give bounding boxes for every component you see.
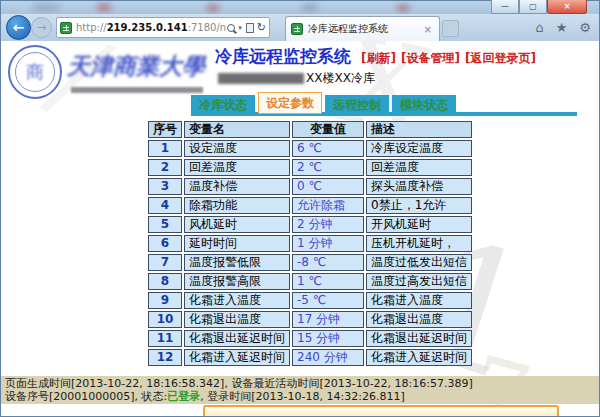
close-button[interactable]: ×	[547, 0, 587, 14]
partial-bottom-element[interactable]	[203, 405, 559, 416]
variable-name: 回差温度	[184, 159, 290, 176]
variable-name: 风机延时	[184, 216, 290, 233]
variable-value: -8 ℃	[292, 254, 364, 271]
variable-name: 设定温度	[184, 140, 290, 157]
refresh-icon[interactable]: ↻	[257, 21, 266, 34]
variable-desc: 温度过低发出短信	[366, 254, 472, 271]
row-number: 6	[148, 235, 182, 252]
column-header: 变量值	[292, 121, 364, 138]
variable-desc: 冷库设定温度	[366, 140, 472, 157]
variable-desc: 化霜退出温度	[366, 311, 472, 328]
row-number: 5	[148, 216, 182, 233]
column-header: 序号	[148, 121, 182, 138]
back-button[interactable]: ←	[6, 15, 31, 40]
url-text[interactable]: http://219.235.0.141:7180/ni?SID=C15	[76, 22, 226, 33]
variable-value: 1 ℃	[292, 273, 364, 290]
location-suffix: XX楼XX冷库	[306, 70, 375, 87]
variable-name: 化霜退出延迟时间	[184, 330, 290, 347]
toolbar-icons: ⌂ ★ ⚙	[535, 20, 591, 35]
university-seal-logo	[8, 45, 62, 99]
settings-gear-icon[interactable]: ⚙	[579, 20, 591, 35]
table-row: 5风机延时2 分钟开风机延时	[148, 216, 472, 233]
window-controls: — ▢ ×	[491, 0, 587, 14]
university-name-english-blurred	[71, 87, 203, 93]
variable-value: 15 分钟	[292, 330, 364, 347]
browser-chrome: ← → http://219.235.0.141:7180/ni?SID=C15…	[1, 14, 599, 41]
browser-tab[interactable]: 冷库远程监控系统 ×	[285, 16, 440, 41]
row-number: 11	[148, 330, 182, 347]
variable-name: 温度补偿	[184, 178, 290, 195]
variable-desc: 回差温度	[366, 159, 472, 176]
table-row: 1设定温度6 ℃冷库设定温度	[148, 140, 472, 157]
tab-title: 冷库远程监控系统	[308, 22, 422, 36]
variable-value: 6 ℃	[292, 140, 364, 157]
table-row: 11化霜退出延迟时间15 分钟化霜退出延迟时间	[148, 330, 472, 347]
row-number: 7	[148, 254, 182, 271]
status-footer: 页面生成时间[2013-10-22, 18:16:58.342], 设备最近活动…	[1, 376, 599, 404]
home-icon[interactable]: ⌂	[535, 20, 543, 35]
device-status-line: 设备序号[20001000005], 状态:已登录, 登录时间[2013-10-…	[5, 390, 595, 403]
row-number: 8	[148, 273, 182, 290]
variable-desc: 开风机延时	[366, 216, 472, 233]
university-name-calligraphy: 天津商業大學	[67, 51, 212, 82]
row-number: 9	[148, 292, 182, 309]
favorites-star-icon[interactable]: ★	[556, 20, 568, 35]
variable-desc: 探头温度补偿	[366, 178, 472, 195]
column-header: 变量名	[184, 121, 290, 138]
tab-2[interactable]: 设定参数	[258, 92, 322, 114]
variable-name: 温度报警高限	[184, 273, 290, 290]
row-number: 1	[148, 140, 182, 157]
variable-value: 17 分钟	[292, 311, 364, 328]
variable-desc: 化霜进入温度	[366, 292, 472, 309]
search-dropdown-caret-icon[interactable]: ▾	[238, 24, 242, 32]
forward-arrow-icon: →	[37, 21, 46, 34]
minimize-button[interactable]: —	[491, 0, 519, 14]
table-row: 7温度报警低限-8 ℃温度过低发出短信	[148, 254, 472, 271]
search-icon[interactable]	[227, 24, 235, 32]
variable-value: 0 ℃	[292, 178, 364, 195]
redacted-location-text	[218, 73, 304, 84]
variable-value: 允许除霜	[292, 197, 364, 214]
variable-desc: 温度过高发出短信	[366, 273, 472, 290]
variable-value: 2 ℃	[292, 159, 364, 176]
variable-value: 2 分钟	[292, 216, 364, 233]
table-row: 12化霜进入延迟时间240 分钟化霜进入延迟时间	[148, 349, 472, 366]
row-number: 3	[148, 178, 182, 195]
table-row: 6延时时间1 分钟压机开机延时，	[148, 235, 472, 252]
variable-name: 温度报警低限	[184, 254, 290, 271]
variable-name: 除霜功能	[184, 197, 290, 214]
site-favicon	[60, 22, 72, 34]
variable-desc: 化霜进入延迟时间	[366, 349, 472, 366]
table-row: 9化霜进入温度-5 ℃化霜进入温度	[148, 292, 472, 309]
page-content: X 1 / 7 天津商業大學 冷库远程监控系统 [刷新][设备管理][返回登录页…	[1, 41, 599, 416]
tab-bar: 冷库状态设定参数远程控制模块状态	[191, 92, 456, 114]
variable-name: 延时时间	[184, 235, 290, 252]
forward-button[interactable]: →	[31, 17, 52, 38]
header-link-1[interactable]: [刷新]	[361, 51, 396, 65]
variable-value: 1 分钟	[292, 235, 364, 252]
table-row: 8温度报警高限1 ℃温度过高发出短信	[148, 273, 472, 290]
row-number: 2	[148, 159, 182, 176]
column-header: 描述	[366, 121, 472, 138]
login-status-badge: 已登录	[167, 390, 200, 403]
maximize-button[interactable]: ▢	[519, 0, 547, 14]
header-link-3[interactable]: [返回登录页]	[465, 51, 536, 65]
table-row: 4除霜功能允许除霜0禁止，1允许	[148, 197, 472, 214]
variable-name: 化霜进入延迟时间	[184, 349, 290, 366]
header-link-2[interactable]: [设备管理]	[401, 51, 460, 65]
location-subtitle: XX楼XX冷库	[218, 70, 375, 87]
variable-name: 化霜退出温度	[184, 311, 290, 328]
compatibility-view-icon[interactable]	[246, 23, 254, 33]
tab-close-icon[interactable]: ×	[422, 24, 434, 35]
page-generated-line: 页面生成时间[2013-10-22, 18:16:58.342], 设备最近活动…	[5, 377, 595, 390]
new-tab-button[interactable]	[442, 20, 459, 37]
page-title: 冷库远程监控系统	[215, 46, 351, 66]
address-bar[interactable]: http://219.235.0.141:7180/ni?SID=C15 ▾ ↻	[56, 17, 270, 38]
table-row: 2回差温度2 ℃回差温度	[148, 159, 472, 176]
tab-favicon	[291, 23, 303, 35]
row-number: 10	[148, 311, 182, 328]
back-arrow-icon: ←	[13, 19, 25, 35]
variable-value: -5 ℃	[292, 292, 364, 309]
params-table-header-row: 序号变量名变量值描述	[148, 121, 472, 138]
row-number: 12	[148, 349, 182, 366]
